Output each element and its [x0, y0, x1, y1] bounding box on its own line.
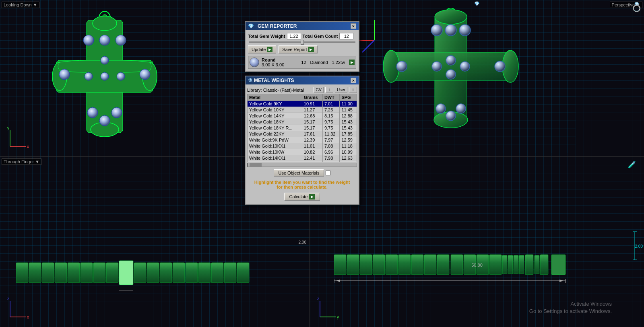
calculate-button[interactable]: Calculate ▶ — [284, 193, 320, 201]
metal-weights-titlebar[interactable]: ⚗ METAL WEIGHTS × — [246, 76, 359, 84]
cell-spg: 11.18 — [340, 143, 357, 149]
gem-count-label: Total Gem Count — [303, 34, 338, 39]
table-row[interactable]: White Gold:10KX1 11.01 7.08 11.18 — [248, 143, 357, 149]
viewport-topright[interactable]: Perspective ▼ 💍 — [310, 0, 644, 157]
table-row[interactable]: White Gold:14K PdW 14.15 9.10 14.37 — [248, 161, 357, 162]
update-button[interactable]: Update ▶ — [248, 45, 276, 53]
cell-spg: 15.43 — [340, 125, 357, 131]
table-row[interactable]: Yellow Gold:9KY 10.91 7.01 11.00 — [248, 101, 357, 107]
slider-thumb[interactable] — [301, 40, 304, 45]
svg-rect-104 — [508, 255, 513, 274]
viewport-bottomright[interactable]: 50.80 2.00 y z Activate Windows Go to Se… — [310, 157, 644, 327]
gem-reporter-close[interactable]: × — [351, 23, 356, 29]
cell-grams: 17.61 — [302, 131, 322, 137]
table-row[interactable]: White Gold:10KW 10.82 6.96 10.99 — [248, 149, 357, 155]
svg-point-13 — [140, 69, 150, 80]
scrollbar-thumb-h[interactable] — [250, 163, 262, 167]
cell-dwt: 6.96 — [322, 149, 340, 155]
cell-dwt: 8.15 — [322, 113, 340, 119]
svg-point-52 — [431, 25, 442, 36]
cell-grams: 10.91 — [302, 101, 322, 107]
svg-rect-106 — [519, 255, 524, 274]
svg-rect-78 — [160, 263, 172, 283]
table-row[interactable]: White Gold:14KX1 12.41 7.98 12.63 — [248, 155, 357, 161]
viewport-label-bottomleft[interactable]: Through Finger ▼ — [2, 158, 41, 165]
table-row[interactable]: White Gold:9K PdW 12.39 7.97 12.59 — [248, 137, 357, 143]
gv-button[interactable]: GV — [314, 87, 323, 93]
use-obj-checkbox[interactable] — [326, 171, 330, 175]
cell-metal: Yellow Gold:18KY R... — [248, 125, 302, 131]
metal-table-scroll[interactable]: Metal Grams DWT SPG Yellow Gold:9KY 10.9… — [247, 94, 357, 162]
cell-dwt: 9.10 — [322, 161, 340, 162]
svg-rect-93 — [373, 255, 385, 275]
metal-weights-window[interactable]: ⚗ METAL WEIGHTS × Library: Classic- (Fas… — [245, 76, 359, 205]
cell-metal: Yellow Gold:14KY — [248, 113, 302, 119]
svg-text:x: x — [27, 144, 29, 149]
table-row[interactable]: Yellow Gold:18KY 15.17 9.75 15.43 — [248, 119, 357, 125]
cell-dwt: 9.75 — [322, 119, 340, 125]
svg-rect-80 — [186, 263, 198, 283]
cell-dwt: 7.25 — [322, 107, 340, 113]
svg-rect-67 — [16, 263, 28, 283]
svg-text:x: x — [27, 315, 29, 319]
svg-rect-92 — [360, 255, 372, 275]
info-button-2[interactable]: i — [349, 87, 357, 93]
svg-point-53 — [445, 25, 456, 36]
metal-weights-content: Library: Classic- (Fast)-Metal GV i User… — [246, 84, 359, 204]
cell-metal: Yellow Gold:18KY — [248, 119, 302, 125]
cell-dwt: 9.75 — [322, 125, 340, 131]
svg-point-55 — [396, 61, 407, 72]
cell-grams: 11.27 — [302, 107, 322, 113]
svg-line-66 — [362, 40, 374, 52]
gem-reporter-titlebar[interactable]: 💎 GEM REPORTER × — [246, 22, 359, 30]
svg-point-7 — [93, 16, 117, 31]
svg-marker-114 — [336, 280, 340, 282]
horizontal-scrollbar[interactable] — [247, 163, 357, 167]
cross-3d — [342, 8, 584, 153]
cell-dwt: 7.97 — [322, 137, 340, 143]
info-button-1[interactable]: i — [325, 87, 333, 93]
table-row[interactable]: Yellow Gold:10KY 11.27 7.25 11.45 — [248, 107, 357, 113]
cell-dwt: 7.01 — [322, 101, 340, 107]
svg-point-20 — [101, 56, 109, 64]
cell-spg: 15.43 — [340, 119, 357, 125]
svg-rect-109 — [540, 255, 548, 275]
svg-point-15 — [99, 115, 110, 126]
svg-rect-108 — [535, 255, 539, 274]
table-row[interactable]: Yellow Gold:18KY R... 15.17 9.75 15.43 — [248, 125, 357, 131]
gem-top-icon: 💎 — [474, 1, 480, 6]
gem-shape-name: Round — [262, 58, 297, 62]
cell-dwt: 11.32 — [322, 131, 340, 137]
svg-point-9 — [83, 35, 94, 45]
gem-reporter-title-icon: 💎 — [248, 23, 254, 29]
gem-reporter-window[interactable]: 💎 GEM REPORTER × Total Gem Weight 1.22 T… — [245, 21, 359, 72]
col-grams: Grams — [302, 94, 322, 101]
gem-type-label: Diamond — [310, 60, 328, 65]
calc-row: Calculate ▶ — [247, 191, 357, 202]
cell-grams: 11.01 — [302, 143, 322, 149]
save-report-button[interactable]: Save Report ▶ — [279, 45, 317, 53]
cell-metal: White Gold:10KW — [248, 149, 302, 155]
activate-windows-line2: Go to Settings to activate Windows. — [529, 308, 612, 315]
cell-spg: 14.37 — [340, 161, 357, 162]
svg-marker-115 — [559, 280, 564, 282]
viewport-label-topleft[interactable]: Looking Down ▼ — [2, 2, 39, 8]
svg-text:z: z — [7, 297, 9, 301]
table-row[interactable]: Yellow Gold:22KY 17.61 11.32 17.85 — [248, 131, 357, 137]
table-row[interactable]: Yellow Gold:14KY 12.68 8.15 12.88 — [248, 113, 357, 119]
metal-weights-close[interactable]: × — [351, 78, 356, 83]
cell-spg: 12.63 — [340, 155, 357, 161]
user-button[interactable]: User — [335, 87, 347, 93]
svg-rect-103 — [502, 255, 507, 274]
svg-point-11 — [116, 35, 126, 45]
svg-rect-97 — [424, 255, 436, 275]
cell-spg: 11.45 — [340, 107, 357, 113]
update-arrow: ▶ — [267, 47, 272, 52]
gem-row-arrow[interactable]: ▶ — [349, 60, 355, 65]
dropdown-arrow-bottomleft: ▼ — [35, 159, 39, 164]
svg-rect-105 — [514, 255, 518, 274]
svg-rect-94 — [386, 255, 398, 275]
svg-rect-82 — [211, 263, 223, 283]
use-object-materials-btn[interactable]: Use Object Materials — [274, 169, 324, 177]
cell-spg: 11.00 — [340, 101, 357, 107]
